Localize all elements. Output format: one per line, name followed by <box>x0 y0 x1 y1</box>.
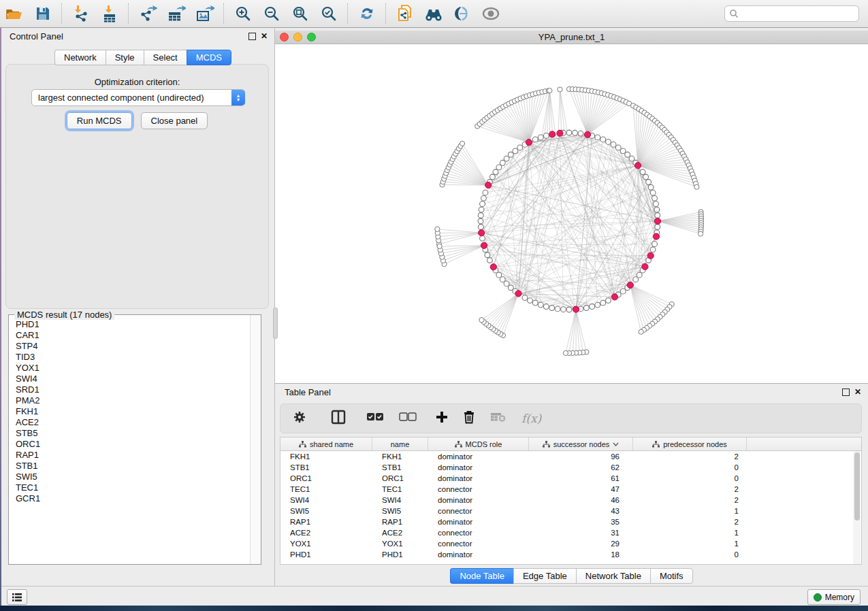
mcds-hub-node[interactable] <box>627 282 633 288</box>
tab-network[interactable]: Network <box>54 50 106 65</box>
mcds-result-item[interactable]: PMA2 <box>16 395 250 406</box>
table-row[interactable]: SWI4SWI4dominator462 <box>280 495 861 506</box>
import-network-icon[interactable] <box>69 3 93 24</box>
cell-successor-nodes[interactable]: 35 <box>529 518 633 526</box>
refresh-icon[interactable] <box>355 3 379 24</box>
cell-name[interactable]: ORC1 <box>372 474 428 482</box>
cell-successor-nodes[interactable]: 62 <box>529 463 633 472</box>
search-input[interactable] <box>739 8 858 19</box>
delete-icon[interactable] <box>463 410 475 427</box>
cell-successor-nodes[interactable]: 46 <box>529 496 633 504</box>
cell-name[interactable]: STB1 <box>372 463 428 472</box>
cell-successor-nodes[interactable]: 96 <box>529 452 633 461</box>
mcds-result-item[interactable]: SWI4 <box>16 374 250 384</box>
cell-name[interactable]: TEC1 <box>372 485 428 493</box>
mcds-result-item[interactable]: STB5 <box>16 428 250 439</box>
mcds-hub-node[interactable] <box>549 131 556 137</box>
cell-predecessor-nodes[interactable]: 1 <box>633 529 747 537</box>
cell-shared-name[interactable]: RAP1 <box>280 518 372 526</box>
network-window-titlebar[interactable]: YPA_prune.txt_1 <box>275 31 868 44</box>
mcds-result-item[interactable]: CAR1 <box>16 330 250 341</box>
cell-shared-name[interactable]: YOX1 <box>280 540 372 548</box>
cell-shared-name[interactable]: SWI4 <box>280 496 372 504</box>
table-scrollbar[interactable] <box>853 451 861 564</box>
cell-shared-name[interactable]: STB1 <box>280 463 372 472</box>
cell-predecessor-nodes[interactable]: 0 <box>633 463 747 472</box>
mcds-hub-node[interactable] <box>515 291 521 297</box>
mcds-result-item[interactable]: YOX1 <box>16 363 250 374</box>
cell-MCDS-role[interactable]: connector <box>428 540 529 548</box>
column-header-predecessor-nodes[interactable]: predecessor nodes <box>633 437 747 450</box>
mcds-hub-node[interactable] <box>584 131 590 137</box>
table-row[interactable]: TEC1TEC1connector472 <box>280 484 861 495</box>
cell-name[interactable]: PHD1 <box>372 550 428 559</box>
mcds-result-item[interactable]: SWI5 <box>16 472 250 482</box>
cell-successor-nodes[interactable]: 47 <box>529 485 633 493</box>
cell-predecessor-nodes[interactable]: 2 <box>633 452 747 461</box>
cell-shared-name[interactable]: FKH1 <box>280 452 372 461</box>
mcds-hub-node[interactable] <box>654 218 660 224</box>
cell-MCDS-role[interactable]: connector <box>428 485 529 493</box>
mcds-result-item[interactable]: ACE2 <box>16 417 250 428</box>
mcds-hub-node[interactable] <box>647 252 654 259</box>
mcds-hub-node[interactable] <box>485 182 492 188</box>
export-table-icon[interactable] <box>165 3 188 24</box>
mcds-result-item[interactable]: STP4 <box>16 341 250 352</box>
show-hide-icon[interactable] <box>479 3 502 24</box>
network-vertical-scrollbar[interactable] <box>273 308 278 339</box>
column-header-name[interactable]: name <box>372 437 428 450</box>
mcds-result-item[interactable]: SRD1 <box>16 384 250 395</box>
mcds-result-item[interactable]: ORC1 <box>16 439 250 450</box>
cell-successor-nodes[interactable]: 61 <box>529 474 633 482</box>
table-row[interactable]: FKH1FKH1dominator962 <box>280 451 861 462</box>
cell-shared-name[interactable]: ACE2 <box>280 529 372 537</box>
mcds-hub-node[interactable] <box>557 130 563 136</box>
cell-successor-nodes[interactable]: 31 <box>529 529 633 537</box>
mcds-result-item[interactable]: RAP1 <box>16 450 250 461</box>
mcds-result-item[interactable]: TID3 <box>16 352 250 363</box>
zoom-fit-icon[interactable] <box>289 3 312 24</box>
table-row[interactable]: STB1STB1dominator620 <box>280 462 861 473</box>
mcds-result-item[interactable]: TEC1 <box>16 482 250 493</box>
mcds-hub-node[interactable] <box>634 163 641 169</box>
cell-successor-nodes[interactable]: 29 <box>529 540 633 548</box>
cell-predecessor-nodes[interactable]: 1 <box>633 507 747 515</box>
search-field[interactable] <box>724 5 859 22</box>
tab-edge-table[interactable]: Edge Table <box>513 568 576 584</box>
mcds-list-scrollbar[interactable] <box>250 315 261 564</box>
cell-MCDS-role[interactable]: dominator <box>428 463 529 472</box>
mcds-hub-node[interactable] <box>642 263 648 269</box>
optimization-criterion-select[interactable]: largest connected component (undirected)… <box>31 89 245 106</box>
node-table[interactable]: shared namenameMCDS rolesuccessor nodesp… <box>280 437 862 565</box>
run-mcds-button[interactable]: Run MCDS <box>67 112 132 129</box>
zoom-selected-icon[interactable] <box>317 3 340 24</box>
add-icon[interactable] <box>436 411 448 426</box>
mcds-result-item[interactable]: PHD1 <box>16 319 250 330</box>
cell-predecessor-nodes[interactable]: 0 <box>633 474 747 482</box>
cell-predecessor-nodes[interactable]: 1 <box>633 540 747 548</box>
export-network-icon[interactable] <box>136 3 159 24</box>
deselect-all-icon[interactable] <box>399 412 417 425</box>
mcds-hub-node[interactable] <box>526 139 532 146</box>
cell-shared-name[interactable]: TEC1 <box>280 485 372 493</box>
float-table-panel-icon[interactable] <box>842 389 850 396</box>
select-all-icon[interactable] <box>366 412 384 425</box>
close-panel-icon[interactable]: ✕ <box>261 32 268 40</box>
column-view-icon[interactable] <box>331 410 346 427</box>
cell-name[interactable]: RAP1 <box>372 518 428 526</box>
table-row[interactable]: PHD1PHD1dominator180 <box>280 549 861 560</box>
mcds-result-item[interactable]: STB1 <box>16 461 250 472</box>
zoom-out-icon[interactable] <box>260 3 283 24</box>
cell-MCDS-role[interactable]: dominator <box>428 496 529 504</box>
cell-name[interactable]: ACE2 <box>372 529 428 537</box>
cell-name[interactable]: SWI5 <box>372 507 428 515</box>
gear-icon[interactable] <box>293 410 306 427</box>
cell-successor-nodes[interactable]: 43 <box>529 507 633 515</box>
mcds-result-list[interactable]: PHD1CAR1STP4TID3YOX1SWI4SRD1PMA2FKH1ACE2… <box>9 319 250 564</box>
column-header-MCDS-role[interactable]: MCDS role <box>428 437 529 450</box>
export-image-icon[interactable] <box>193 3 216 24</box>
cell-MCDS-role[interactable]: connector <box>428 507 529 515</box>
task-history-button[interactable] <box>7 589 27 605</box>
save-icon[interactable] <box>31 3 54 24</box>
cell-predecessor-nodes[interactable]: 2 <box>633 485 747 493</box>
